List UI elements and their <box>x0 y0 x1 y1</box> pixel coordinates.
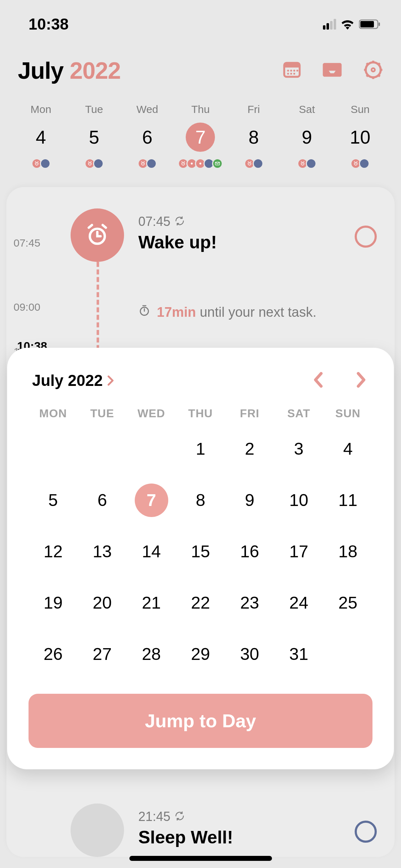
calendar-grid: 1234567891011121314151617181920212223242… <box>29 432 372 671</box>
calendar-day[interactable]: 24 <box>282 586 315 620</box>
week-day[interactable]: Thu7 <box>174 103 227 169</box>
svg-line-20 <box>366 75 368 77</box>
calendar-head-day: SUN <box>323 407 372 420</box>
calendar-day[interactable]: 1 <box>184 432 217 466</box>
day-indicator-moon-icon <box>146 158 157 169</box>
day-indicators <box>14 158 67 169</box>
timeline-event[interactable]: 21:45Sleep Well! <box>71 804 380 848</box>
day-indicator-moon-icon <box>93 158 104 169</box>
status-indicators <box>323 19 381 30</box>
gear-icon[interactable] <box>363 60 383 81</box>
week-day[interactable]: Sat9 <box>280 103 333 169</box>
day-indicator-moon-icon <box>253 158 263 169</box>
weekday-number: 7 <box>186 123 215 152</box>
calendar-day[interactable]: 26 <box>36 637 70 671</box>
title-year: 2022 <box>70 57 120 84</box>
svg-rect-1 <box>360 21 374 27</box>
timeline-event[interactable]: 07:45Wake up! <box>71 208 380 253</box>
calendar-day[interactable]: 20 <box>86 586 119 620</box>
week-day[interactable]: Wed6 <box>121 103 174 169</box>
calendar-day[interactable]: 17 <box>282 535 315 568</box>
day-indicator-moon-icon <box>40 158 51 169</box>
date-picker-popup: July 2022 MONTUEWEDTHUFRISATSUN 12345678… <box>7 348 394 769</box>
time-mark: 07:45 <box>14 237 40 249</box>
calendar-day[interactable]: 23 <box>233 586 266 620</box>
svg-point-11 <box>293 73 295 74</box>
svg-point-9 <box>287 73 289 74</box>
calendar-day[interactable]: 28 <box>135 637 168 671</box>
day-indicator-mail-icon <box>212 158 223 169</box>
calendar-head-day: MON <box>29 407 78 420</box>
page-title[interactable]: July 2022 <box>18 57 120 84</box>
home-indicator[interactable] <box>129 856 272 861</box>
jump-button-label: Jump to Day <box>145 711 256 731</box>
time-mark: 09:00 <box>14 301 40 313</box>
weekday-number: 4 <box>26 123 56 152</box>
calendar-day[interactable]: 21 <box>135 586 168 620</box>
calendar-day[interactable]: 16 <box>233 535 266 568</box>
calendar-day[interactable]: 8 <box>184 484 217 517</box>
calendar-head-day: WED <box>127 407 176 420</box>
alarm-icon <box>71 208 124 262</box>
weekday-number: 8 <box>239 123 268 152</box>
inbox-icon[interactable] <box>322 61 343 80</box>
weekday-number: 5 <box>79 123 109 152</box>
day-indicators <box>227 158 280 169</box>
calendar-icon[interactable] <box>283 61 301 81</box>
calendar-day[interactable]: 19 <box>36 586 70 620</box>
jump-to-day-button[interactable]: Jump to Day <box>29 694 372 748</box>
calendar-day[interactable]: 15 <box>184 535 217 568</box>
calendar-day[interactable]: 29 <box>184 637 217 671</box>
header-actions <box>283 60 383 81</box>
calendar-day[interactable]: 18 <box>331 535 365 568</box>
calendar-day[interactable]: 10 <box>282 484 315 517</box>
svg-rect-2 <box>379 22 380 26</box>
week-day[interactable]: Mon4 <box>14 103 67 169</box>
event-title: Wake up! <box>138 232 380 253</box>
week-day[interactable]: Sun10 <box>334 103 387 169</box>
calendar-day[interactable]: 14 <box>135 535 168 568</box>
calendar-day[interactable]: 27 <box>86 637 119 671</box>
cellular-icon <box>323 19 336 30</box>
svg-point-27 <box>200 162 201 164</box>
next-month-button[interactable] <box>353 369 369 392</box>
weekday-label: Wed <box>121 103 174 115</box>
calendar-day[interactable]: 12 <box>36 535 70 568</box>
complete-checkbox[interactable] <box>355 821 377 843</box>
calendar-day[interactable]: 7 <box>135 484 168 517</box>
timer-icon <box>138 305 150 320</box>
repeat-icon <box>175 214 185 229</box>
calendar-head-day: THU <box>176 407 225 420</box>
day-indicators <box>280 158 333 169</box>
event-title: Sleep Well! <box>138 827 380 848</box>
calendar-day[interactable]: 22 <box>184 586 217 620</box>
calendar-day[interactable]: 5 <box>36 484 70 517</box>
calendar-day[interactable]: 4 <box>331 432 365 466</box>
calendar-day[interactable]: 25 <box>331 586 365 620</box>
calendar-day[interactable]: 31 <box>282 637 315 671</box>
day-indicators <box>334 158 387 169</box>
week-day[interactable]: Tue5 <box>67 103 120 169</box>
svg-line-18 <box>366 63 368 65</box>
svg-point-10 <box>290 73 292 74</box>
popup-title[interactable]: July 2022 <box>32 372 115 389</box>
prev-month-button[interactable] <box>310 369 326 392</box>
calendar-day[interactable]: 6 <box>86 484 119 517</box>
day-indicator-moon-icon <box>359 158 370 169</box>
weekday-label: Sat <box>280 103 333 115</box>
calendar-day[interactable]: 13 <box>86 535 119 568</box>
weekday-number: 10 <box>345 123 375 152</box>
popup-header: July 2022 <box>29 367 372 394</box>
status-bar: 10:38 <box>0 14 401 35</box>
calendar-day[interactable]: 9 <box>233 484 266 517</box>
calendar-day[interactable]: 3 <box>282 432 315 466</box>
calendar-day[interactable]: 11 <box>331 484 365 517</box>
complete-checkbox[interactable] <box>355 226 377 248</box>
weekday-label: Sun <box>334 103 387 115</box>
calendar-day[interactable]: 30 <box>233 637 266 671</box>
week-day[interactable]: Fri8 <box>227 103 280 169</box>
battery-icon <box>359 19 381 30</box>
svg-point-5 <box>287 70 289 72</box>
calendar-day[interactable]: 2 <box>233 432 266 466</box>
popup-month-nav <box>310 369 369 392</box>
